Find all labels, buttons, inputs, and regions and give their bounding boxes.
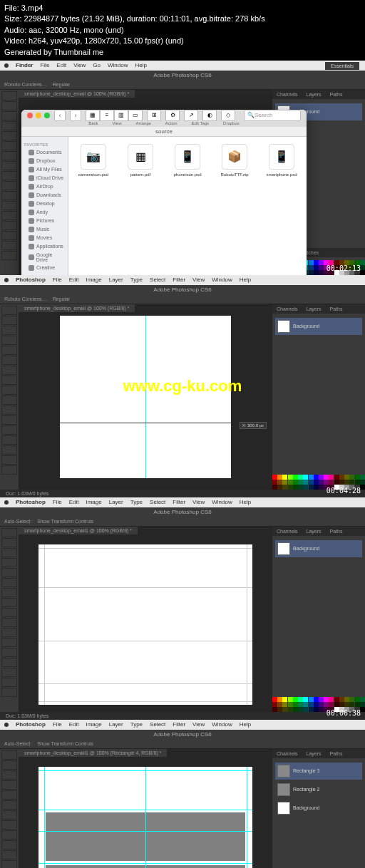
canvas-area[interactable]: smartphone_desktop_email1 @ 100% (Rectan… <box>19 749 272 868</box>
color-swatch[interactable] <box>272 707 277 712</box>
color-swatch[interactable] <box>344 702 349 707</box>
blur-tool[interactable] <box>1 191 17 200</box>
color-swatch[interactable] <box>349 480 354 485</box>
tool-button[interactable] <box>1 366 17 375</box>
app-name[interactable]: Photoshop <box>16 277 46 283</box>
color-swatch[interactable] <box>303 480 308 485</box>
sidebar-item[interactable]: Pictures <box>24 217 65 225</box>
color-swatch[interactable] <box>355 475 360 480</box>
file-item[interactable]: 📦RobotoTTF.zip <box>217 144 252 177</box>
color-swatch[interactable] <box>293 480 298 485</box>
search-input[interactable]: 🔍 Search <box>244 110 301 121</box>
color-swatch[interactable] <box>319 475 324 480</box>
tool-button[interactable] <box>1 528 17 537</box>
color-swatch[interactable] <box>334 475 339 480</box>
font-style[interactable]: Regular <box>53 296 71 301</box>
menu-image[interactable]: Image <box>86 277 101 283</box>
app-name[interactable]: Photoshop <box>16 721 46 728</box>
menu-filter[interactable]: Filter <box>173 277 185 283</box>
tool-button[interactable] <box>1 760 17 770</box>
color-swatch[interactable] <box>314 270 319 275</box>
sidebar-item[interactable]: Movies <box>24 234 65 242</box>
arrange-button[interactable]: ⊞ <box>147 110 161 121</box>
color-swatch[interactable] <box>282 697 287 702</box>
color-swatch[interactable] <box>329 475 334 480</box>
menu-window[interactable]: Window <box>212 499 232 505</box>
color-swatch[interactable] <box>360 702 365 707</box>
tool-button[interactable] <box>1 376 17 385</box>
guide-vertical[interactable] <box>145 316 146 478</box>
tool-button[interactable] <box>1 306 17 315</box>
color-swatch[interactable] <box>309 707 314 712</box>
font-family[interactable]: Roboto Condens… <box>4 296 47 301</box>
color-swatch[interactable] <box>314 480 319 485</box>
color-swatch[interactable] <box>309 270 314 275</box>
show-transform-checkbox[interactable]: Show Transform Controls <box>37 741 93 746</box>
color-swatch[interactable] <box>298 702 303 707</box>
channels-tab[interactable]: Channels <box>272 527 302 536</box>
paths-tab[interactable]: Paths <box>326 749 347 758</box>
brush-tool[interactable] <box>1 151 17 160</box>
layer-background[interactable]: Background <box>275 318 362 335</box>
color-swatch[interactable] <box>349 475 354 480</box>
eraser-tool[interactable] <box>1 171 17 180</box>
font-family[interactable]: Roboto Condens… <box>4 82 47 87</box>
sidebar-item[interactable]: Dropbox <box>24 157 65 165</box>
font-style[interactable]: Regular <box>53 82 71 87</box>
layer-rectangle-2[interactable]: Rectangle 2 <box>275 781 362 798</box>
tool-button[interactable] <box>1 790 17 800</box>
color-swatch[interactable] <box>360 697 365 702</box>
canvas[interactable] <box>60 316 231 478</box>
tool-button[interactable] <box>1 850 17 859</box>
action-button[interactable]: ⚙ <box>165 110 180 121</box>
color-swatch[interactable] <box>314 265 319 270</box>
tool-button[interactable] <box>1 638 17 647</box>
color-swatch[interactable] <box>303 697 308 702</box>
color-swatch[interactable] <box>324 702 329 707</box>
tool-button[interactable] <box>1 548 17 557</box>
color-swatch[interactable] <box>314 697 319 702</box>
color-swatch[interactable] <box>298 480 303 485</box>
list-view-button[interactable]: ≡ <box>100 110 114 121</box>
menu-file[interactable]: File <box>53 277 62 283</box>
tool-button[interactable] <box>1 628 17 637</box>
menu-window[interactable]: Window <box>212 721 232 728</box>
color-swatch[interactable] <box>319 270 324 275</box>
guide[interactable] <box>247 544 247 705</box>
back-button[interactable]: ‹ <box>54 110 66 121</box>
color-swatch[interactable] <box>329 697 334 702</box>
tags-button[interactable]: ◐ <box>202 110 217 121</box>
color-swatch[interactable] <box>293 697 298 702</box>
color-swatch[interactable] <box>349 697 354 702</box>
color-swatch[interactable] <box>298 475 303 480</box>
file-item[interactable]: 📱phoneicon.psd <box>170 144 205 177</box>
color-swatch[interactable] <box>282 707 287 712</box>
layers-tab[interactable]: Layers <box>302 749 326 758</box>
menu-filter[interactable]: Filter <box>173 499 185 505</box>
app-name[interactable]: Finder <box>16 62 33 68</box>
menu-select[interactable]: Select <box>150 277 165 283</box>
hand-tool[interactable] <box>1 241 17 250</box>
forward-button[interactable]: › <box>70 110 81 121</box>
menu-view[interactable]: View <box>192 721 205 728</box>
canvas-area[interactable]: smartphone_desktop_email @ 100% (RGB/8) … <box>19 304 272 490</box>
color-swatch[interactable] <box>288 702 293 707</box>
color-swatch[interactable] <box>339 702 344 707</box>
file-item[interactable]: ▦pattern.pdf <box>123 144 158 177</box>
layer-rectangle-3[interactable]: Rectangle 3 <box>275 763 362 780</box>
tool-button[interactable] <box>1 860 17 868</box>
sidebar-item[interactable]: Google Drive <box>24 251 65 264</box>
file-item[interactable]: 📷cameraicon.psd <box>76 144 111 177</box>
tool-button[interactable] <box>1 356 17 365</box>
finder-window[interactable]: ‹ › ▦ ≡ ▥ ▭ ⊞ ⚙ ↗ ◐ ◇ 🔍 Search Ba <box>21 110 307 291</box>
color-swatch[interactable] <box>309 265 314 270</box>
wand-tool[interactable] <box>1 121 17 130</box>
color-swatch[interactable] <box>314 475 319 480</box>
menu-help[interactable]: Help <box>240 277 251 283</box>
canvas[interactable] <box>38 767 252 868</box>
menu-image[interactable]: Image <box>86 721 101 728</box>
menu-image[interactable]: Image <box>86 499 101 505</box>
color-swatch[interactable] <box>272 485 277 490</box>
zoom-button[interactable] <box>44 113 50 118</box>
color-swatch[interactable] <box>360 480 365 485</box>
